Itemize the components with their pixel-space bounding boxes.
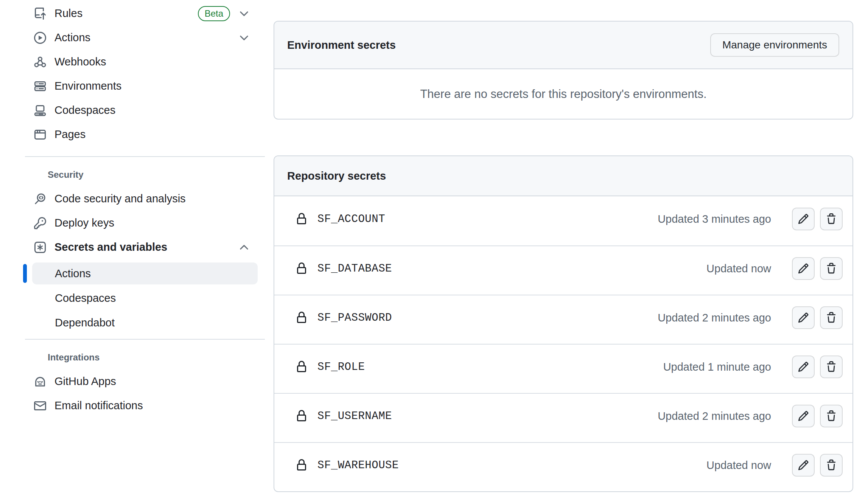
chevron-up-icon xyxy=(238,242,250,253)
secret-updated: Updated now xyxy=(706,459,771,472)
sidebar-item-label: Secrets and variables xyxy=(54,241,167,253)
secret-row: SF_USERNAME Updated 2 minutes ago xyxy=(274,393,852,442)
secret-row: SF_DATABASE Updated now xyxy=(274,245,852,295)
sidebar-nav-integrations: GitHub Apps Email notifications xyxy=(23,370,265,418)
sidebar-item-code-security[interactable]: Code security and analysis xyxy=(23,187,265,211)
edit-pencil-icon xyxy=(798,410,809,422)
hubot-icon xyxy=(34,376,46,388)
panel-title: Repository secrets xyxy=(287,169,386,183)
secret-updated: Updated 1 minute ago xyxy=(663,361,771,373)
sidebar-divider xyxy=(25,156,265,157)
browser-icon xyxy=(34,129,46,141)
sidebar-item-label: Environments xyxy=(54,80,121,92)
sidebar-divider xyxy=(25,339,265,340)
secret-row: SF_PASSWORD Updated 2 minutes ago xyxy=(274,295,852,344)
delete-secret-button[interactable] xyxy=(820,405,843,427)
secrets-subnav: Actions Codespaces Dependabot xyxy=(23,262,265,334)
edit-secret-button[interactable] xyxy=(792,356,815,378)
sidebar-item-codespaces[interactable]: Codespaces xyxy=(23,98,265,123)
sidebar-item-deploy-keys[interactable]: Deploy keys xyxy=(23,211,265,235)
manage-environments-button[interactable]: Manage environments xyxy=(710,33,839,57)
trash-icon xyxy=(826,460,837,471)
secret-updated: Updated 2 minutes ago xyxy=(658,312,771,324)
sidebar-nav-security: Code security and analysis Deploy keys S… xyxy=(23,187,265,334)
active-indicator xyxy=(23,264,27,283)
repository-secrets-header: Repository secrets xyxy=(274,156,852,196)
lock-icon xyxy=(296,459,308,471)
sidebar-item-environments[interactable]: Environments xyxy=(23,74,265,98)
edit-secret-button[interactable] xyxy=(792,208,815,230)
delete-secret-button[interactable] xyxy=(820,306,843,329)
sidebar-item-pages[interactable]: Pages xyxy=(23,123,265,147)
settings-content: Environment secrets Manage environments … xyxy=(274,21,853,492)
sidebar-item-label: GitHub Apps xyxy=(54,375,116,388)
code-scan-icon xyxy=(34,193,46,205)
repo-push-icon xyxy=(34,8,46,20)
chevron-down-icon xyxy=(238,32,250,43)
sidebar-item-label: Webhooks xyxy=(54,56,106,68)
secret-updated: Updated 3 minutes ago xyxy=(658,213,771,225)
sidebar-item-label: Rules xyxy=(54,7,82,20)
edit-pencil-icon xyxy=(798,460,809,471)
sidebar-item-label: Code security and analysis xyxy=(54,193,186,205)
panel-title: Environment secrets xyxy=(287,39,396,52)
trash-icon xyxy=(826,361,837,373)
edit-secret-button[interactable] xyxy=(792,454,815,477)
delete-secret-button[interactable] xyxy=(820,356,843,378)
secret-updated: Updated 2 minutes ago xyxy=(658,410,771,422)
mail-icon xyxy=(34,400,46,412)
sidebar-item-label: Codespaces xyxy=(54,104,115,116)
subnav-item-label: Dependabot xyxy=(55,317,115,329)
delete-secret-button[interactable] xyxy=(820,257,843,280)
edit-pencil-icon xyxy=(798,361,809,373)
sidebar-item-secrets-and-variables[interactable]: Secrets and variables xyxy=(23,235,265,259)
sidebar-item-email-notifications[interactable]: Email notifications xyxy=(23,394,265,418)
sidebar-item-actions[interactable]: Actions xyxy=(23,26,265,50)
subnav-item-label: Codespaces xyxy=(55,292,116,304)
secret-name: SF_USERNAME xyxy=(317,410,392,422)
sidebar-section-integrations: Integrations xyxy=(23,350,265,365)
sidebar-item-webhooks[interactable]: Webhooks xyxy=(23,50,265,74)
sidebar-nav-top: Rules Beta Actions Webhooks Environments xyxy=(23,2,265,147)
secret-name: SF_WAREHOUSE xyxy=(317,459,399,472)
secret-name: SF_DATABASE xyxy=(317,262,392,275)
codespaces-icon xyxy=(34,104,46,116)
secret-updated: Updated now xyxy=(706,262,771,275)
trash-icon xyxy=(826,312,837,323)
edit-pencil-icon xyxy=(798,312,809,323)
play-icon xyxy=(34,32,46,44)
subnav-item-dependabot[interactable]: Dependabot xyxy=(32,312,258,334)
trash-icon xyxy=(826,213,837,225)
environment-secrets-empty-message: There are no secrets for this repository… xyxy=(274,69,852,119)
secret-row: SF_WAREHOUSE Updated now xyxy=(274,442,852,491)
edit-pencil-icon xyxy=(798,263,809,274)
beta-badge: Beta xyxy=(198,6,230,22)
lock-icon xyxy=(296,312,308,324)
repository-secrets-panel: Repository secrets SF_ACCOUNT Updated 3 … xyxy=(274,155,853,492)
lock-icon xyxy=(296,361,308,373)
secret-name: SF_PASSWORD xyxy=(317,312,392,324)
sidebar-item-rules[interactable]: Rules Beta xyxy=(23,2,265,26)
lock-icon xyxy=(296,410,308,422)
trash-icon xyxy=(826,410,837,422)
subnav-item-label: Actions xyxy=(55,267,91,280)
secret-row: SF_ACCOUNT Updated 3 minutes ago xyxy=(274,196,852,245)
sidebar-item-github-apps[interactable]: GitHub Apps xyxy=(23,370,265,394)
settings-sidebar: Rules Beta Actions Webhooks Environments xyxy=(23,0,265,418)
subnav-item-codespaces[interactable]: Codespaces xyxy=(32,287,258,309)
sidebar-section-security: Security xyxy=(23,167,265,182)
sidebar-item-label: Deploy keys xyxy=(54,217,114,229)
delete-secret-button[interactable] xyxy=(820,454,843,477)
edit-secret-button[interactable] xyxy=(792,306,815,329)
chevron-down-icon xyxy=(238,8,250,19)
subnav-item-actions[interactable]: Actions xyxy=(32,262,258,284)
delete-secret-button[interactable] xyxy=(820,208,843,230)
trash-icon xyxy=(826,263,837,274)
lock-icon xyxy=(296,213,308,225)
edit-secret-button[interactable] xyxy=(792,405,815,427)
sidebar-item-label: Email notifications xyxy=(54,399,143,412)
sidebar-item-label: Actions xyxy=(54,31,90,44)
secret-row: SF_ROLE Updated 1 minute ago xyxy=(274,344,852,393)
edit-secret-button[interactable] xyxy=(792,257,815,280)
secret-name: SF_ROLE xyxy=(317,361,365,373)
